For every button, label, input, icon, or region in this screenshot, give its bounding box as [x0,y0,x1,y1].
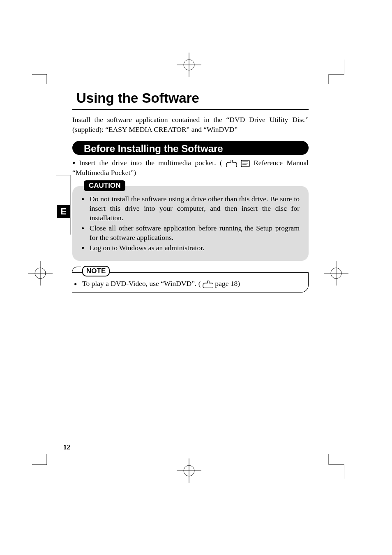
side-tab: E [57,205,70,218]
title-rule [72,109,309,110]
document-icon [241,160,250,167]
caution-item: Log on to Windows as an administrator. [81,243,300,253]
page-title: Using the Software [72,90,309,108]
caution-item: Close all other software application bef… [81,223,300,242]
section-header-text: Before Installing the Software [81,141,309,156]
note-block: NOTE To play a DVD-Video, use “WinDVD”. … [72,272,309,292]
hand-pointing-icon [226,160,237,167]
insert-drive-pre: Insert the drive into the multimedia poc… [79,159,222,167]
section-header: Before Installing the Software [72,141,309,155]
caution-label: CAUTION [84,180,125,191]
caution-block: CAUTION Do not install the software usin… [72,186,309,261]
svg-rect-22 [241,160,249,167]
page-number: 12 [63,443,70,451]
hand-pointing-icon [203,281,213,288]
caution-item: Do not install the software using a driv… [81,194,300,223]
note-item-post: page 18) [215,279,240,288]
insert-drive-paragraph: Insert the drive into the multimedia poc… [72,158,309,177]
note-label: NOTE [82,266,110,276]
note-item-pre: To play a DVD-Video, use “WinDVD”. ( [82,279,201,288]
note-item: To play a DVD-Video, use “WinDVD”. ( pag… [74,279,306,288]
intro-text: Install the software application contain… [72,115,309,134]
